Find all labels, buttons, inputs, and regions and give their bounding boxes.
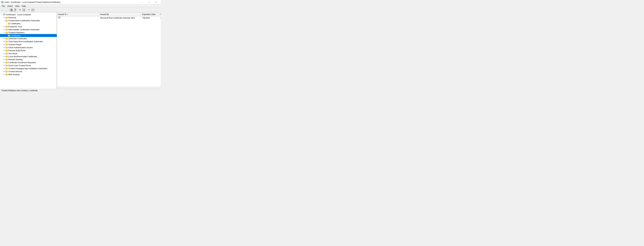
tree-label-trusted-pkg-app: Trusted Packaged App Installation Author…	[8, 67, 48, 70]
tree-expander-root[interactable]: ▼	[0, 13, 3, 16]
list-hscroll-track	[57, 87, 161, 89]
svg-rect-21	[4, 14, 5, 15]
tree-item-trusted-root-certs[interactable]: Certificates	[0, 22, 57, 25]
tree-expander-trusted-devices[interactable]: ▶	[3, 70, 6, 73]
folder-icon-cert-enrollment	[6, 61, 8, 63]
certlm-icon	[1, 1, 4, 3]
tree-item-third-party[interactable]: ▶ Third-Party Root Certification Authori…	[0, 40, 57, 43]
show-hide-button[interactable]	[10, 8, 13, 12]
folder-icon-preview-build	[6, 49, 8, 51]
menu-bar: File Action View Help	[0, 4, 161, 8]
tree-item-smart-card[interactable]: ▶ Smart Card Trusted Roots	[0, 64, 57, 67]
svg-rect-44	[59, 18, 60, 18]
tree-item-enterprise-trust[interactable]: ▶ Enterprise Trust	[0, 25, 57, 28]
tree-expander-client-auth[interactable]: ▶	[3, 46, 6, 49]
folder-icon-trusted-root-certs	[8, 22, 10, 24]
minimize-button[interactable]: –	[139, 0, 146, 4]
list-hscroll[interactable]	[57, 87, 161, 89]
tree-item-intermediate[interactable]: ▶ Intermediate Certification Authorities	[0, 28, 57, 31]
tree-label-remote-desktop: Remote Desktop	[8, 58, 23, 61]
tree-expander-web-hosting[interactable]: ▶	[3, 73, 6, 76]
svg-rect-25	[8, 23, 10, 24]
svg-rect-8	[12, 10, 12, 10]
tree-item-trusted-devices[interactable]: ▶ Trusted Devices	[0, 70, 57, 73]
col-header-issued-by[interactable]: Issued By	[99, 12, 141, 16]
tree-expander-trusted-people[interactable]: ▶	[3, 43, 6, 46]
folder-icon-local-nonremovable	[6, 55, 8, 57]
tree-label-untrusted: Untrusted Certificates	[8, 37, 27, 40]
tree-item-root[interactable]: ▼ Certificates - Local Computer	[0, 13, 57, 16]
tree-item-test-roots[interactable]: ▶ Test Roots	[0, 52, 57, 55]
menu-help[interactable]: Help	[20, 5, 27, 7]
tree-item-personal[interactable]: ▶ Personal	[0, 16, 57, 19]
toolbar: ← → ⟳ ?	[0, 8, 161, 12]
tree-expander-enterprise-trust[interactable]: ▶	[3, 25, 6, 28]
folder-icon-trusted-people	[6, 43, 8, 45]
tree-expander-smart-card[interactable]: ▶	[3, 64, 6, 67]
tree-item-cert-enrollment[interactable]: ▶ Certificate Enrollment Requests	[0, 61, 57, 64]
tree-label-intermediate: Intermediate Certification Authorities	[8, 28, 40, 31]
tree-item-trusted-pkg-app[interactable]: ▶ Trusted Packaged App Installation Auth…	[0, 67, 57, 70]
tree-label-trusted-devices: Trusted Devices	[8, 70, 22, 73]
tree-item-preview-build[interactable]: ▶ Preview Build Roots	[0, 49, 57, 52]
tree-item-client-auth[interactable]: ▶ Client Authentication Issuers	[0, 46, 57, 49]
tree-expander-intermediate[interactable]: ▶	[3, 28, 6, 31]
refresh-button[interactable]: ⟳	[18, 8, 22, 12]
maximize-button[interactable]: □	[146, 0, 153, 4]
close-button[interactable]: ✕	[153, 0, 160, 4]
svg-rect-41	[6, 74, 7, 75]
tree-label-smart-card: Smart Card Trusted Roots	[8, 64, 31, 67]
menu-view[interactable]: View	[14, 5, 20, 7]
tree-expander-local-nonremovable[interactable]: ▶	[3, 55, 6, 58]
title-bar-text: certlm - [Certificates - Local Computer\…	[4, 1, 60, 3]
tree-label-trusted-root-certs: Certificates	[11, 22, 20, 25]
copy-button[interactable]	[13, 8, 17, 12]
col-header-expiry[interactable]: Expiration Date	[141, 12, 159, 16]
tree-expander-trusted-pkg-app[interactable]: ▶	[3, 67, 6, 70]
col-header-purposes[interactable]: Intended Purposes	[159, 12, 161, 16]
tree-expander-third-party[interactable]: ▶	[3, 40, 6, 43]
export-button[interactable]	[22, 8, 26, 12]
table-row[interactable]: Microsoft Root Certificate Authority 201…	[57, 16, 161, 19]
menu-action[interactable]: Action	[6, 5, 14, 7]
svg-rect-9	[12, 10, 12, 11]
tree-expander-cert-enrollment[interactable]: ▶	[3, 61, 6, 64]
tree-expander-personal[interactable]: ▶	[3, 16, 6, 19]
tree-label-trusted-root: Trusted Root Certification Authorities	[8, 19, 40, 22]
tree-item-trusted-root[interactable]: ▼ Trusted Root Certification Authorities	[0, 19, 57, 22]
tree-label-third-party: Third-Party Root Certification Authoriti…	[8, 40, 43, 43]
svg-rect-43	[59, 17, 60, 18]
folder-icon-third-party	[6, 40, 8, 42]
tree-item-trusted-people[interactable]: ▶ Trusted People	[0, 43, 57, 46]
tree-item-trusted-publishers[interactable]: ▼ Trusted Publishers	[0, 31, 57, 34]
svg-rect-29	[6, 38, 7, 39]
svg-rect-11	[14, 9, 16, 11]
tree-item-trusted-publishers-certs[interactable]: Certificates	[0, 34, 57, 37]
tree-expander-trusted-publishers[interactable]: ▼	[3, 31, 6, 34]
properties-button[interactable]	[31, 8, 35, 12]
help-toolbar-button[interactable]: ?	[27, 8, 31, 12]
list-content[interactable]: Microsoft Root Certificate Authority 201…	[57, 16, 161, 87]
tree-label-preview-build: Preview Build Roots	[8, 49, 26, 52]
tree-label-local-nonremovable: Local NonRemovable Certificates	[8, 55, 37, 58]
col-header-issued-to[interactable]: Issued To ∧	[57, 12, 99, 16]
tree-expander-untrusted[interactable]: ▶	[3, 37, 6, 40]
folder-icon-enterprise-trust	[6, 25, 8, 27]
tree-expander-trusted-root[interactable]: ▼	[3, 19, 6, 22]
tree-item-untrusted[interactable]: ▶ Untrusted Certificates	[0, 37, 57, 40]
cell-issued-to	[57, 16, 99, 19]
tree-item-web-hosting[interactable]: ▶ Web Hosting	[0, 73, 57, 76]
tree-expander-preview-build[interactable]: ▶	[3, 49, 6, 52]
tree-pane[interactable]: ▼ Certificates - Local Computer▶ Persona…	[0, 12, 57, 89]
tree-label-trusted-publishers: Trusted Publishers	[8, 31, 24, 34]
tree-item-local-nonremovable[interactable]: ▶ Local NonRemovable Certificates	[0, 55, 57, 58]
forward-button[interactable]: →	[4, 8, 8, 12]
tree-item-remote-desktop[interactable]: ▶ Remote Desktop	[0, 58, 57, 61]
back-button[interactable]: ←	[0, 8, 4, 12]
tree-expander-remote-desktop[interactable]: ▶	[3, 58, 6, 61]
svg-rect-37	[6, 62, 7, 63]
svg-rect-5	[10, 9, 11, 11]
menu-file[interactable]: File	[0, 5, 6, 7]
tree-expander-test-roots[interactable]: ▶	[3, 52, 6, 55]
folder-icon-smart-card	[6, 64, 8, 66]
